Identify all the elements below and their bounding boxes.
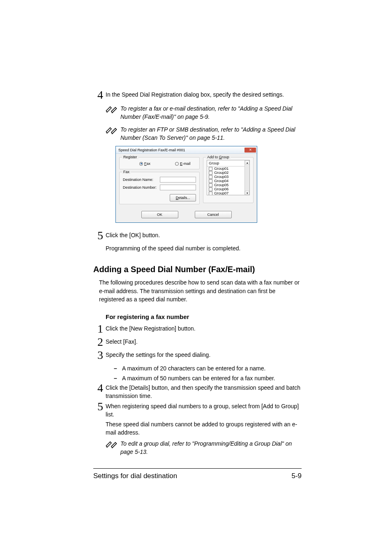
group-item-label: Group01 (214, 166, 228, 171)
speed-dial-dialog: Speed Dial Registration Fax/E-mail #001 … (115, 146, 257, 223)
dest-number-input[interactable] (160, 185, 196, 190)
dest-name-input[interactable] (160, 177, 196, 183)
checkbox-icon[interactable] (209, 175, 212, 179)
group-list[interactable]: Group Group01 Group02 Group03 Group04 Gr… (207, 160, 250, 195)
checkbox-icon[interactable] (209, 167, 212, 171)
group-item-label: Group07 (214, 191, 228, 195)
step-number: 5 (93, 401, 104, 412)
scroll-down-icon[interactable]: ▾ (245, 191, 249, 195)
step-text: Click the [Details] button, and then spe… (106, 384, 302, 400)
step-continuation: Programming of the speed dial number is … (106, 244, 302, 252)
group-item-label: Group03 (214, 175, 228, 179)
ok-button[interactable]: OK (141, 211, 178, 218)
radio-email[interactable]: E-mail (175, 162, 191, 166)
page-number: 5-9 (291, 472, 302, 480)
radio-dot-icon (175, 162, 179, 166)
group-item-label: Group05 (214, 183, 228, 187)
note-icon (106, 125, 117, 135)
group-item-label: Group04 (214, 179, 228, 183)
dest-name-label: Destination Name: (123, 178, 160, 182)
checkbox-icon[interactable] (209, 192, 212, 195)
add-to-group-legend: Add to Group (206, 155, 231, 159)
fax-legend: Fax (122, 170, 131, 174)
cancel-button[interactable]: Cancel (195, 211, 232, 218)
scrollbar[interactable]: ▴ ▾ (244, 160, 249, 195)
note-text: To register a fax or e-mail destination,… (120, 104, 302, 121)
group-header: Group (207, 160, 249, 166)
checkbox-icon[interactable] (209, 179, 212, 183)
step-number: 5 (93, 230, 104, 241)
step-text: In the Speed Dial Registration dialog bo… (106, 90, 302, 99)
close-icon[interactable]: ✕ (244, 148, 256, 153)
checkbox-icon[interactable] (209, 183, 212, 187)
section-title: Adding a Speed Dial Number (Fax/E-mail) (93, 265, 302, 274)
group-item-label: Group02 (214, 171, 228, 175)
note-icon (106, 104, 117, 114)
bullet-text: A maximum of 20 characters can be entere… (122, 364, 265, 374)
dest-number-label: Destination Number: (123, 185, 160, 190)
radio-fax[interactable]: Fax (139, 162, 150, 166)
dialog-title: Speed Dial Registration Fax/E-mail #001 (117, 148, 185, 152)
scroll-up-icon[interactable]: ▴ (245, 160, 249, 164)
step-text: Click the [New Registration] button. (106, 324, 302, 333)
note-text: To register an FTP or SMB destination, r… (120, 125, 302, 142)
checkbox-icon[interactable] (209, 171, 212, 175)
checkbox-icon[interactable] (209, 187, 212, 191)
details-button[interactable]: Details... (170, 194, 196, 201)
intro-paragraph: The following procedures describe how to… (99, 278, 302, 303)
group-item-label: Group06 (214, 187, 228, 191)
step-continuation: These speed dial numbers cannot be added… (106, 420, 302, 437)
subsection-title: For registering a fax number (106, 313, 302, 320)
footer-left: Settings for dial destination (93, 472, 177, 480)
step-number: 4 (93, 382, 104, 394)
bullet-icon: – (114, 374, 122, 384)
register-legend: Register (122, 155, 138, 159)
step-number: 4 (93, 89, 104, 101)
step-text: Select [Fax]. (106, 338, 302, 346)
radio-dot-icon (139, 162, 143, 166)
step-number: 1 (93, 323, 104, 335)
step-number: 2 (93, 336, 104, 348)
step-text: Click the [OK] button. (106, 231, 302, 239)
step-number: 3 (93, 349, 104, 361)
step-text: When registering speed dial numbers to a… (106, 402, 302, 419)
bullet-text: A maximum of 50 numbers can be entered f… (122, 374, 275, 384)
note-icon (106, 439, 117, 449)
step-text: Specify the settings for the speed diali… (106, 351, 302, 359)
note-text: To edit a group dial, refer to "Programm… (120, 439, 302, 456)
bullet-icon: – (114, 364, 122, 374)
